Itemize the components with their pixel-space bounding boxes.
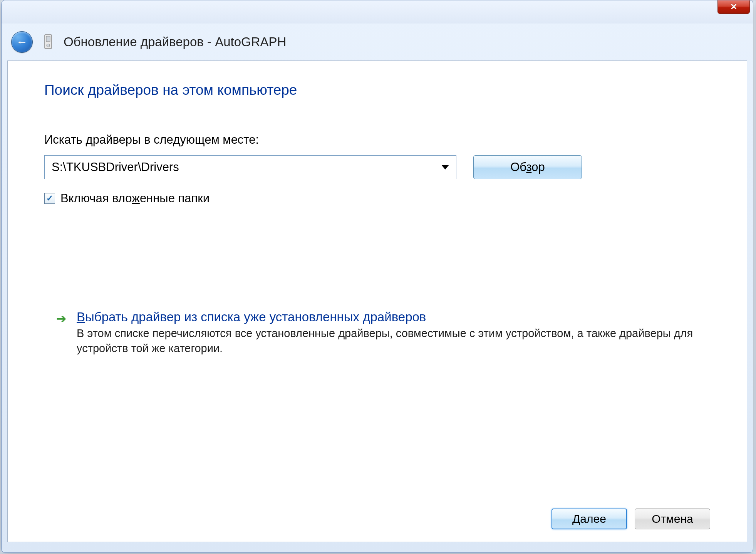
cancel-button[interactable]: Отмена	[635, 509, 710, 529]
device-icon	[42, 34, 54, 50]
back-button[interactable]: ←	[11, 31, 33, 53]
svg-rect-1	[46, 36, 50, 42]
next-button[interactable]: Далее	[551, 509, 627, 529]
driver-path-combobox[interactable]: S:\TKUSBDriver\Drivers	[44, 155, 456, 179]
arrow-right-icon: ➔	[56, 311, 67, 326]
include-subfolders-label: Включая вложенные папки	[60, 191, 210, 205]
content-panel: Поиск драйверов на этом компьютере Искат…	[7, 60, 747, 542]
back-arrow-icon: ←	[16, 35, 28, 49]
instruction-heading: Поиск драйверов на этом компьютере	[44, 82, 710, 98]
wizard-header: ← Обновление драйверов - AutoGRAPH	[2, 24, 753, 60]
pick-from-installed-command-link[interactable]: ➔ Выбрать драйвер из списка уже установл…	[44, 306, 710, 360]
svg-point-2	[47, 44, 50, 47]
chevron-down-icon	[441, 165, 449, 170]
include-subfolders-checkbox[interactable]: ✓ Включая вложенные папки	[44, 191, 710, 205]
wizard-footer: Далее Отмена	[551, 509, 710, 529]
checkmark-icon: ✓	[46, 193, 53, 203]
search-location-label: Искать драйверы в следующем месте:	[44, 133, 710, 147]
close-icon: ✕	[730, 2, 737, 12]
browse-button[interactable]: Обзор	[473, 155, 582, 179]
checkbox-icon: ✓	[44, 193, 55, 204]
driver-path-value: S:\TKUSBDriver\Drivers	[52, 160, 179, 174]
driver-update-wizard-window: ✕ ← Обновление драйверов - AutoGRAPH Пои…	[1, 0, 753, 553]
titlebar: ✕	[2, 0, 753, 24]
command-link-description: В этом списке перечисляются все установл…	[77, 326, 710, 356]
window-title: Обновление драйверов - AutoGRAPH	[64, 35, 286, 49]
close-button[interactable]: ✕	[717, 0, 750, 14]
command-link-title: Выбрать драйвер из списка уже установлен…	[77, 310, 710, 324]
